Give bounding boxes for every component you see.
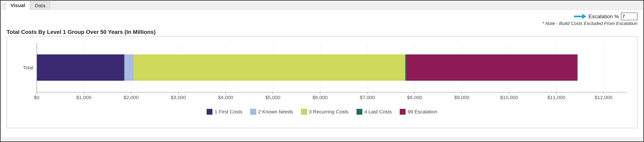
bars-wrap: [36, 43, 627, 92]
escalation-input[interactable]: [621, 13, 638, 20]
tab-row: Visual Data: [1, 1, 643, 10]
app-frame: Visual Data Escalation % * Note - Build …: [0, 0, 644, 142]
bar-segment: [406, 54, 578, 81]
x-tick-label: $8,000: [407, 95, 422, 100]
legend-swatch: [250, 109, 256, 115]
x-tick-mark: [273, 92, 273, 94]
y-tick-label: Total: [23, 65, 33, 71]
x-tick-label: $3,000: [171, 95, 186, 100]
legend-label: 1 First Costs: [214, 109, 242, 115]
x-tick-label: $7,000: [360, 95, 375, 100]
plot-area: Total: [17, 43, 627, 92]
tab-visual[interactable]: Visual: [6, 1, 30, 10]
legend-swatch: [206, 109, 212, 115]
y-axis: Total: [17, 43, 36, 92]
escalation-label: Escalation %: [588, 13, 619, 20]
legend-label: 2 Known Needs: [258, 109, 293, 115]
x-tick-label: $2,000: [124, 95, 139, 100]
x-tick-mark: [509, 92, 509, 94]
legend-item: 1 First Costs: [206, 109, 242, 115]
x-tick-label: $9,000: [454, 95, 470, 100]
legend-label: 4 Last Costs: [364, 109, 392, 115]
x-tick-label: $10,000: [500, 95, 518, 100]
x-tick-label: $4,000: [218, 95, 233, 100]
x-tick-label: $11,000: [548, 95, 565, 100]
escalation-note: * Note - Build Costs Excluded From Escal…: [6, 21, 638, 26]
x-tick-mark: [604, 92, 604, 94]
x-tick-mark: [320, 92, 320, 94]
legend-swatch: [356, 109, 362, 115]
bar-segment: [37, 54, 124, 81]
gridline: [604, 43, 604, 92]
x-tick-mark: [367, 92, 368, 94]
legend-swatch: [400, 109, 406, 115]
legend-item: 99 Escalation: [400, 109, 437, 115]
bar-segment: [134, 54, 405, 81]
x-tick-label: $0: [34, 95, 39, 100]
x-tick-mark: [226, 92, 226, 94]
svg-marker-1: [582, 14, 586, 19]
x-tick-mark: [414, 92, 415, 94]
x-tick-mark: [36, 92, 37, 94]
chart-title: Total Costs By Level 1 Group Over 50 Yea…: [6, 29, 638, 35]
arrow-right-icon: [573, 13, 586, 20]
x-tick-label: $12,000: [594, 95, 612, 100]
x-tick-label: $5,000: [265, 95, 280, 100]
x-axis: $0$1,000$2,000$3,000$4,000$5,000$6,000$7…: [36, 92, 627, 101]
x-tick-mark: [178, 92, 178, 94]
top-controls: Escalation %: [6, 13, 638, 20]
legend-swatch: [301, 109, 307, 115]
legend-item: 4 Last Costs: [356, 109, 392, 115]
x-tick-mark: [556, 92, 556, 94]
x-tick-mark: [84, 92, 84, 94]
legend-item: 3 Recurring Costs: [301, 109, 348, 115]
legend-label: 99 Escalation: [408, 109, 437, 115]
bar-row: [37, 54, 578, 81]
x-tick-label: $1,000: [76, 95, 92, 100]
legend-label: 3 Recurring Costs: [309, 109, 348, 115]
x-tick-mark: [131, 92, 131, 94]
legend: 1 First Costs2 Known Needs3 Recurring Co…: [17, 109, 627, 115]
legend-item: 2 Known Needs: [250, 109, 293, 115]
x-tick-mark: [462, 92, 462, 94]
bar-segment: [124, 54, 134, 81]
chart-area: Total $0$1,000$2,000$3,000$4,000$5,000$6…: [6, 36, 638, 128]
x-tick-label: $6,000: [312, 95, 328, 100]
tab-data[interactable]: Data: [30, 1, 50, 10]
visual-panel: Escalation % * Note - Build Costs Exclud…: [1, 9, 643, 138]
bar-segment: [405, 54, 407, 81]
